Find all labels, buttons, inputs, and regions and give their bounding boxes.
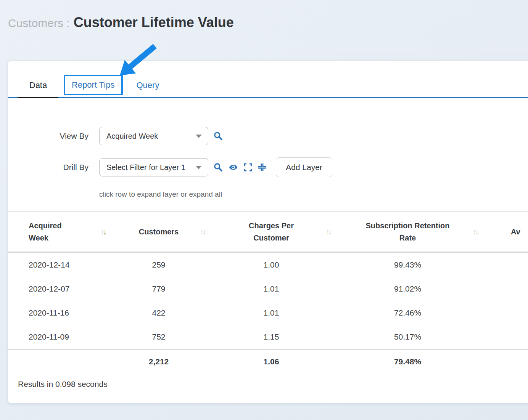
table-totals-row: 2,212 1.06 79.48% [8, 349, 528, 374]
totals-charges: 1.06 [208, 350, 334, 374]
column-header-truncated[interactable]: Av [481, 212, 528, 252]
breadcrumb: Customers : [8, 17, 70, 29]
column-header-subscription-retention-rate[interactable]: Subscription Retention Rate [334, 212, 481, 252]
cell-charges: 1.00 [208, 253, 334, 277]
cell-customers: 752 [109, 325, 208, 349]
chevron-down-icon [196, 166, 202, 169]
expand-hint-text: click row to expand layer or expand all [99, 190, 528, 199]
eye-icon[interactable] [228, 163, 238, 172]
expand-icon[interactable] [243, 163, 253, 172]
page-header: Customers :Customer Lifetime Value [0, 0, 528, 48]
cell-retention: 91.02% [334, 277, 481, 301]
table-row[interactable]: 2020-12-07 779 1.01 91.02% [8, 277, 528, 301]
cell-customers: 779 [109, 277, 208, 301]
cell-retention: 99.43% [334, 253, 481, 277]
table-body: 2020-12-14 259 1.00 99.43% 2020-12-07 77… [8, 253, 528, 349]
column-header-customers[interactable]: Customers [109, 212, 208, 252]
report-card: Data Report Tips Query View By Acquired … [8, 60, 528, 404]
report-table: Acquired Week Customers Charges Per Cust… [8, 212, 528, 389]
cell-acquired-week: 2020-11-09 [8, 325, 109, 349]
cell-retention: 72.46% [334, 301, 481, 325]
column-header-charges-per-customer[interactable]: Charges Per Customer [208, 212, 334, 252]
view-by-label: View By [8, 131, 89, 141]
cell-customers: 422 [109, 301, 208, 325]
sort-icon[interactable] [101, 226, 107, 238]
cell-extra [481, 325, 528, 349]
table-header-row: Acquired Week Customers Charges Per Cust… [8, 212, 528, 253]
column-header-acquired-week[interactable]: Acquired Week [8, 212, 109, 252]
view-by-select[interactable]: Acquired Week [99, 127, 208, 145]
collapse-icon[interactable] [258, 163, 267, 172]
totals-extra [481, 350, 528, 374]
controls-panel: View By Acquired Week Drill By Select Fi… [8, 98, 528, 199]
tab-query[interactable]: Query [137, 80, 159, 97]
cell-extra [481, 301, 528, 325]
results-timing-text: Results in 0.098 seconds [18, 380, 528, 389]
cell-extra [481, 277, 528, 301]
cell-charges: 1.01 [208, 277, 334, 301]
table-row[interactable]: 2020-11-09 752 1.15 50.17% [8, 325, 528, 349]
view-by-row: View By Acquired Week [8, 127, 528, 145]
drill-by-row: Drill By Select Filter for Layer 1 [8, 158, 528, 176]
totals-retention: 79.48% [334, 350, 481, 374]
cell-acquired-week: 2020-12-07 [8, 277, 109, 301]
totals-customers: 2,212 [109, 350, 208, 374]
drill-by-select[interactable]: Select Filter for Layer 1 [99, 158, 208, 176]
cell-acquired-week: 2020-12-14 [8, 253, 109, 277]
report-tips-highlight-box: Report Tips [64, 75, 123, 95]
cell-charges: 1.15 [208, 325, 334, 349]
page-title: Customer Lifetime Value [74, 14, 234, 30]
cell-acquired-week: 2020-11-16 [8, 301, 109, 325]
sort-icon[interactable] [200, 226, 206, 238]
tab-strip: Data Report Tips Query [8, 61, 528, 98]
cell-extra [481, 253, 528, 277]
search-icon[interactable] [213, 162, 223, 172]
sort-icon[interactable] [473, 226, 479, 238]
drill-by-value: Select Filter for Layer 1 [106, 163, 196, 172]
view-by-value: Acquired Week [106, 132, 196, 141]
search-icon[interactable] [213, 131, 223, 141]
chevron-down-icon [196, 135, 202, 138]
tab-data[interactable]: Data [18, 80, 58, 98]
sort-icon[interactable] [326, 226, 332, 238]
table-row[interactable]: 2020-11-16 422 1.01 72.46% [8, 301, 528, 325]
totals-blank-cell [8, 350, 109, 374]
add-layer-button[interactable]: Add Layer [276, 157, 332, 177]
cell-retention: 50.17% [334, 325, 481, 349]
cell-customers: 259 [109, 253, 208, 277]
table-row[interactable]: 2020-12-14 259 1.00 99.43% [8, 253, 528, 277]
cell-charges: 1.01 [208, 301, 334, 325]
tab-report-tips[interactable]: Report Tips [72, 80, 115, 90]
drill-by-label: Drill By [8, 163, 89, 172]
